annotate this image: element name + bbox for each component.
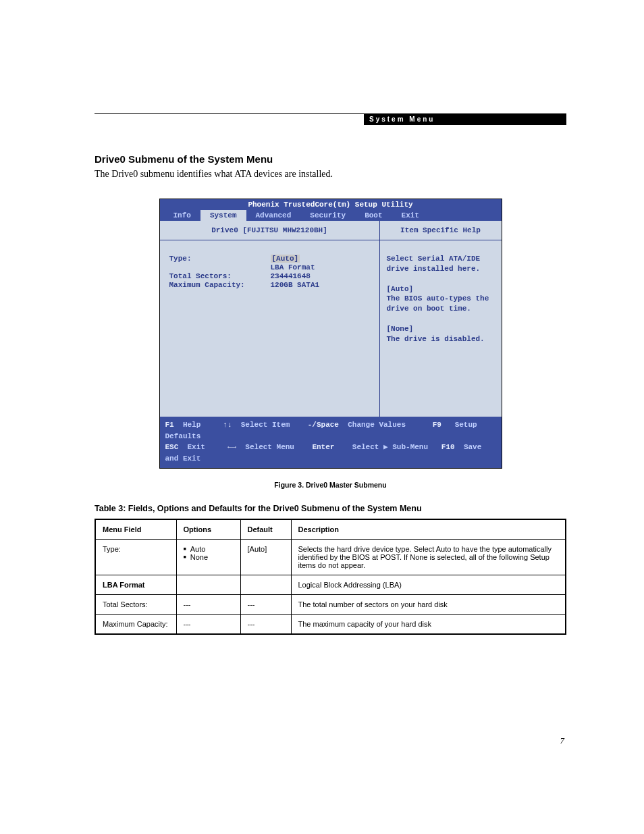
bios-title: Phoenix TrustedCore(tm) Setup Utility	[160, 199, 502, 210]
bios-left-title: Drive0 [FUJITSU MHW2120BH]	[160, 221, 379, 240]
th-menu-field: Menu Field	[95, 519, 176, 540]
bios-window: Phoenix TrustedCore(tm) Setup Utility In…	[159, 199, 502, 469]
bios-capacity-value: 120GB SATA1	[271, 281, 320, 289]
page-number: 7	[560, 735, 565, 746]
th-description: Description	[291, 519, 566, 540]
bios-tab-security[interactable]: Security	[300, 210, 355, 221]
header-section-label: System Menu	[364, 113, 566, 125]
bios-tab-advanced[interactable]: Advanced	[246, 210, 301, 221]
table-row: Type: Auto None [Auto] Selects the hard …	[95, 540, 566, 575]
bios-help-title: Item Specific Help	[380, 221, 502, 240]
th-default: Default	[240, 519, 291, 540]
bios-lba-label: LBA Format	[271, 263, 315, 271]
table-row: Total Sectors: --- --- The total number …	[95, 595, 566, 615]
section-title: Drive0 Submenu of the System Menu	[95, 153, 566, 165]
bios-footer: F1 Help ↑↓ Select Item -/Space Change Va…	[160, 417, 502, 468]
bios-tab-info[interactable]: Info	[164, 210, 200, 221]
bios-tab-system[interactable]: System	[200, 210, 246, 221]
bios-tab-bar: Info System Advanced Security Boot Exit	[160, 210, 502, 221]
section-intro: The Drive0 submenu identifies what ATA d…	[95, 169, 566, 180]
bios-help-body: Select Serial ATA/IDE drive installed he…	[380, 240, 502, 358]
bios-sectors-label: Total Sectors:	[169, 272, 271, 280]
fields-table: Menu Field Options Default Description T…	[95, 519, 566, 635]
bios-type-value[interactable]: [Auto]	[271, 255, 300, 263]
bios-sectors-value: 234441648	[271, 272, 311, 280]
th-options: Options	[176, 519, 240, 540]
bios-tab-boot[interactable]: Boot	[355, 210, 392, 221]
bios-type-label: Type:	[169, 255, 271, 263]
table-title: Table 3: Fields, Options and Defaults fo…	[95, 504, 566, 513]
table-row: Maximum Capacity: --- --- The maximum ca…	[95, 615, 566, 635]
bios-tab-exit[interactable]: Exit	[392, 210, 429, 221]
table-row: LBA Format Logical Block Addressing (LBA…	[95, 575, 566, 595]
figure-caption: Figure 3. Drive0 Master Submenu	[95, 481, 566, 489]
bios-capacity-label: Maximum Capacity:	[169, 281, 271, 289]
